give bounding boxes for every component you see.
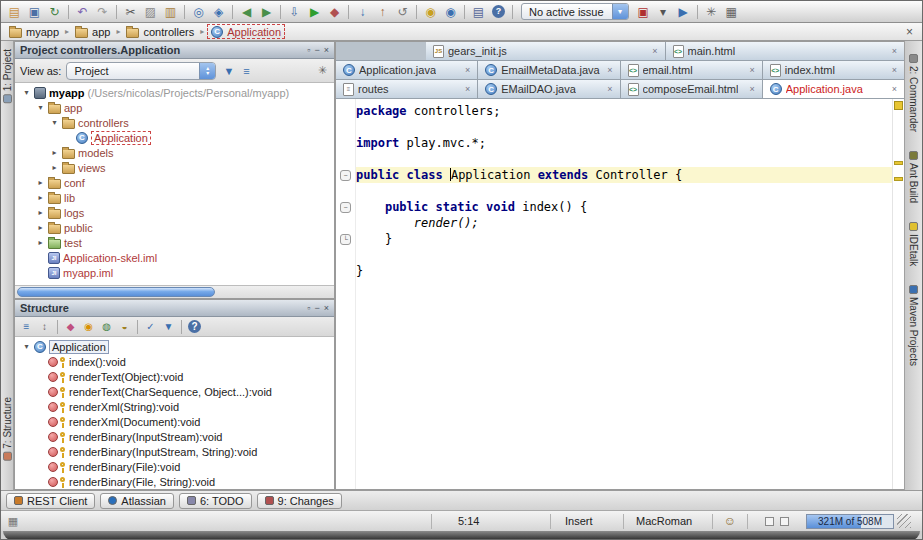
structure-sort-by-visibility-button[interactable]: ↕ [36,319,53,335]
navbar-close-icon[interactable]: × [902,25,917,39]
tree-item-renderbinary-inputstream-string-void[interactable]: renderBinary(InputStream, String):void [15,444,334,459]
toolbar-documentation-button[interactable]: ▤ [469,3,488,21]
tree-item-application-skel-iml[interactable]: JIApplication-skel.iml [15,250,334,265]
toolbar-cut-button[interactable]: ✂ [121,3,140,21]
navbar-item-controllers[interactable]: controllers [123,24,197,39]
toolwindow-button-6-todo[interactable]: 6: TODO [179,493,252,509]
tree-item-views[interactable]: ▸views [15,160,334,175]
toolbar-open-button[interactable]: ▤ [5,3,24,21]
toolwindow-button-7-structure[interactable]: 7: Structure [2,397,13,464]
tree-item-renderbinary-file-string-void[interactable]: renderBinary(File, String):void [15,474,334,489]
close-tab-icon[interactable]: × [749,84,754,94]
tab-email-html[interactable]: <>email.html× [621,61,763,79]
file-encoding[interactable]: MacRoman [624,515,712,527]
toolbar-find-button[interactable]: ◎ [189,3,208,21]
code-line[interactable] [356,151,892,167]
tab-emaildao-java[interactable]: CEMailDAO.java× [478,80,620,98]
tab-main-html[interactable]: <>main.html× [666,42,906,60]
tab-application-java[interactable]: CApplication.java× [336,61,478,79]
structure-lock-button[interactable]: ◒ [116,319,133,335]
close-tab-icon[interactable]: × [607,65,612,75]
flatten-packages-icon[interactable]: ≡ [241,65,251,77]
tree-item-test[interactable]: ▸test [15,235,334,250]
toolbar-vcs-update-button[interactable]: ↓ [353,3,372,21]
toolwindow-button-idetalk[interactable]: IDEtalk [908,219,919,266]
toolbar-project-structure-button[interactable]: ▦ [722,3,741,21]
code-line[interactable]: import play.mvc.*; [356,135,892,151]
toolwindow-button-ant-build[interactable]: Ant Build [908,148,919,203]
close-icon[interactable]: × [324,45,329,55]
tree-item-public[interactable]: ▸public [15,220,334,235]
tab-gears-init-js[interactable]: JSgears_init.js× [426,42,666,60]
structure-show-properties-button[interactable]: ◉ [80,319,97,335]
code-line[interactable] [356,119,892,135]
toolbar-jabber-status-button[interactable]: ◉ [441,3,460,21]
structure-filter-button[interactable]: ▼ [160,319,177,335]
expand-arrow-icon[interactable]: ▾ [50,118,59,127]
toolbar-vcs-commit-button[interactable]: ↑ [373,3,392,21]
minimize-icon[interactable]: − [314,45,319,55]
active-issue-combo[interactable]: No active issue▾ [521,3,629,20]
expand-arrow-icon[interactable]: ▸ [36,238,45,247]
warning-marker[interactable] [894,161,903,165]
float-icon[interactable]: ▫ [307,303,310,313]
toolwindow-button-atlassian[interactable]: Atlassian [100,493,174,509]
toolbar-replace-button[interactable]: ◈ [209,3,228,21]
code-area[interactable]: package controllers;import play.mvc.*;pu… [356,99,892,489]
toolwindow-button-9-changes[interactable]: 9: Changes [257,493,342,509]
navbar-item-myapp[interactable]: myapp [6,24,62,39]
inspections-hector-icon[interactable]: ☺ [713,514,747,528]
toolbar-make-project-button[interactable]: ⇩ [285,3,304,21]
tree-item-conf[interactable]: ▸conf [15,175,334,190]
toolbar-undo-button[interactable]: ↶ [73,3,92,21]
toolbar-copy-button[interactable]: ▨ [141,3,160,21]
tree-item-index-void[interactable]: index():void [15,354,334,369]
tree-item-renderbinary-inputstream-void[interactable]: renderBinary(InputStream):void [15,429,334,444]
structure-panel-header[interactable]: Structure ▫ − × [15,300,334,317]
toolwindow-button-2-commander[interactable]: 2: Commander [908,51,919,132]
gear-icon[interactable]: ✳ [316,64,329,77]
toolbar-forward-button[interactable]: ▶ [257,3,276,21]
highlight-checkbox[interactable] [780,517,789,526]
code-line[interactable] [356,183,892,199]
tab-application-java[interactable]: CApplication.java× [763,80,905,98]
structure-autoscroll-to-source-button[interactable]: ✓ [142,319,159,335]
toolbar-synchronize-button[interactable]: ↻ [45,3,64,21]
fold-marker-icon[interactable]: − [340,202,351,213]
toolbar-settings-button[interactable]: ✳ [702,3,721,21]
tab-index-html[interactable]: <>index.html× [763,61,905,79]
tab-routes[interactable]: ≡routes× [336,80,478,98]
caret-position[interactable]: 5:14 [432,515,550,527]
filter-icon[interactable]: ▼ [221,65,236,77]
scrollbar-thumb[interactable] [17,287,215,297]
fold-marker-icon[interactable]: └ [340,234,351,245]
toolbar-start-progress-button[interactable]: ▶ [674,3,693,21]
expand-arrow-icon[interactable]: ▸ [36,223,45,232]
toolbar-changelist-arrow-button[interactable]: ▾ [654,3,673,21]
tree-item-models[interactable]: ▸models [15,145,334,160]
expand-arrow-icon[interactable]: ▸ [36,193,45,202]
expand-arrow-icon[interactable]: ▸ [50,148,59,157]
tree-item-rendertext-object-void[interactable]: renderText(Object):void [15,369,334,384]
close-icon[interactable]: × [324,303,329,313]
navbar-item-app[interactable]: app [72,24,113,39]
tree-item-myapp[interactable]: ▾myapp (/Users/nicolas/Projects/Personal… [15,85,334,100]
toolbar-run-button[interactable]: ▶ [305,3,324,21]
resize-grip[interactable] [897,514,911,528]
tree-item-controllers[interactable]: ▾controllers [15,115,334,130]
toolwindow-toggle-icon[interactable]: ▦ [3,515,23,528]
toolbar-vcs-history-button[interactable]: ↺ [393,3,412,21]
structure-help-button[interactable]: ? [186,319,203,335]
close-tab-icon[interactable]: × [892,84,897,94]
toolbar-idetalk-status-button[interactable]: ◉ [421,3,440,21]
close-tab-icon[interactable]: × [892,65,897,75]
toolbar-back-button[interactable]: ◀ [237,3,256,21]
project-horizontal-scrollbar[interactable] [15,285,334,298]
fold-marker-icon[interactable]: − [340,170,351,181]
close-tab-icon[interactable]: × [749,65,754,75]
tree-item-renderxml-string-void[interactable]: renderXml(String):void [15,399,334,414]
structure-show-fields-button[interactable]: ◆ [62,319,79,335]
view-as-dropdown[interactable]: Project ▴▾ [66,62,216,80]
toolbar-save-all-button[interactable]: ▣ [25,3,44,21]
toolbar-redo-button[interactable]: ↷ [93,3,112,21]
